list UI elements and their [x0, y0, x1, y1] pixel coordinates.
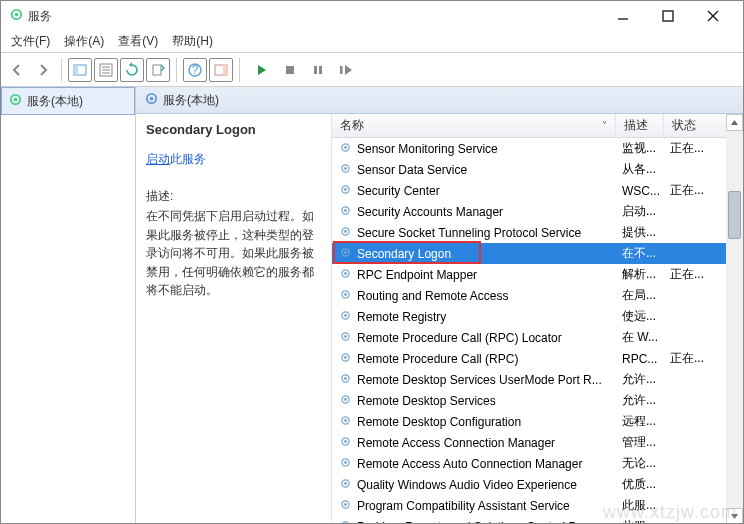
service-row[interactable]: Remote Desktop Services允许... — [332, 390, 726, 411]
service-row[interactable]: Security CenterWSC...正在... — [332, 180, 726, 201]
service-row[interactable]: Secondary Logon在不... — [332, 243, 726, 264]
service-name-cell: Problem Reports and Solutions Control Pa… — [332, 518, 616, 525]
service-row[interactable]: Secure Socket Tunneling Protocol Service… — [332, 222, 726, 243]
export-button[interactable] — [146, 58, 170, 82]
show-console-tree-button[interactable] — [68, 58, 92, 82]
service-row[interactable]: Sensor Data Service从各... — [332, 159, 726, 180]
service-name-cell: Remote Desktop Configuration — [332, 413, 616, 431]
service-name-cell: Security Accounts Manager — [332, 203, 616, 221]
service-row[interactable]: Problem Reports and Solutions Control Pa… — [332, 516, 726, 524]
minimize-button[interactable] — [600, 2, 645, 30]
service-row[interactable]: Remote Procedure Call (RPC)RPC...正在... — [332, 348, 726, 369]
tree-node-services-local[interactable]: 服务(本地) — [1, 87, 135, 115]
column-description[interactable]: 描述 — [616, 114, 664, 137]
service-row[interactable]: Remote Procedure Call (RPC) Locator在 W..… — [332, 327, 726, 348]
service-name-text: Remote Procedure Call (RPC) — [357, 352, 518, 366]
service-desc-cell: 此服... — [616, 497, 664, 514]
service-row[interactable]: Sensor Monitoring Service监视...正在... — [332, 138, 726, 159]
menu-view[interactable]: 查看(V) — [112, 31, 164, 52]
toolbar-separator — [61, 58, 62, 82]
action-pane-button[interactable] — [209, 58, 233, 82]
svg-point-46 — [344, 356, 347, 359]
service-row[interactable]: Quality Windows Audio Video Experience优质… — [332, 474, 726, 495]
service-desc-cell: 此服... — [616, 518, 664, 524]
service-desc-cell: 远程... — [616, 413, 664, 430]
column-name[interactable]: 名称 ˅ — [332, 114, 616, 137]
svg-rect-7 — [74, 65, 78, 75]
service-row[interactable]: Remote Desktop Services UserMode Port R.… — [332, 369, 726, 390]
toolbar: ? — [1, 53, 743, 87]
service-desc-cell: WSC... — [616, 184, 664, 198]
service-row[interactable]: Remote Desktop Configuration远程... — [332, 411, 726, 432]
gear-icon — [338, 140, 353, 158]
service-name-cell: Remote Procedure Call (RPC) Locator — [332, 329, 616, 347]
maximize-button[interactable] — [645, 2, 690, 30]
service-desc-cell: RPC... — [616, 352, 664, 366]
menu-help[interactable]: 帮助(H) — [166, 31, 219, 52]
service-row[interactable]: Remote Access Connection Manager管理... — [332, 432, 726, 453]
scroll-down-button[interactable] — [726, 508, 743, 524]
service-row[interactable]: RPC Endpoint Mapper解析...正在... — [332, 264, 726, 285]
service-row[interactable]: Remote Access Auto Connection Manager无论.… — [332, 453, 726, 474]
service-name-text: Security Accounts Manager — [357, 205, 503, 219]
window-title-area: 服务 — [9, 7, 600, 25]
gear-icon — [338, 329, 353, 347]
start-service-button[interactable] — [250, 58, 274, 82]
restart-service-button[interactable] — [334, 58, 358, 82]
center-header-text: 服务(本地) — [163, 92, 219, 109]
column-status[interactable]: 状态 — [664, 114, 714, 137]
service-name-cell: RPC Endpoint Mapper — [332, 266, 616, 284]
main-layout: 服务(本地) 服务(本地) Secondary Logon 启动此服务 描述: … — [1, 87, 743, 524]
service-status-cell: 正在... — [664, 182, 714, 199]
gear-icon — [338, 161, 353, 179]
service-name-text: Sensor Data Service — [357, 163, 467, 177]
title-bar: 服务 — [1, 1, 743, 31]
svg-point-60 — [344, 503, 347, 506]
gear-icon — [338, 182, 353, 200]
selected-service-name: Secondary Logon — [146, 122, 321, 137]
service-name-cell: Routing and Remote Access — [332, 287, 616, 305]
gear-icon — [338, 266, 353, 284]
close-button[interactable] — [690, 2, 735, 30]
service-name-text: Security Center — [357, 184, 440, 198]
console-tree[interactable]: 服务(本地) — [1, 87, 136, 524]
svg-rect-17 — [286, 66, 294, 74]
service-desc-cell: 在不... — [616, 245, 664, 262]
gear-icon — [338, 518, 353, 525]
refresh-button[interactable] — [120, 58, 144, 82]
service-name-cell: Remote Desktop Services — [332, 392, 616, 410]
pause-service-button[interactable] — [306, 58, 330, 82]
service-rows[interactable]: Sensor Monitoring Service监视...正在...Senso… — [332, 138, 726, 524]
service-row[interactable]: Remote Registry使远... — [332, 306, 726, 327]
svg-point-44 — [344, 335, 347, 338]
service-row[interactable]: Security Accounts Manager启动... — [332, 201, 726, 222]
service-name-cell: Remote Registry — [332, 308, 616, 326]
service-name-cell: Remote Procedure Call (RPC) — [332, 350, 616, 368]
menu-action[interactable]: 操作(A) — [58, 31, 110, 52]
menu-file[interactable]: 文件(F) — [5, 31, 56, 52]
scroll-up-button[interactable] — [726, 114, 743, 131]
vertical-scrollbar[interactable] — [726, 114, 743, 524]
service-desc-cell: 无论... — [616, 455, 664, 472]
service-row[interactable]: Program Compatibility Assistant Service此… — [332, 495, 726, 516]
service-row[interactable]: Routing and Remote Access在局... — [332, 285, 726, 306]
service-name-text: Program Compatibility Assistant Service — [357, 499, 570, 513]
scroll-track[interactable] — [726, 239, 743, 508]
properties-button[interactable] — [94, 58, 118, 82]
gear-icon — [338, 203, 353, 221]
back-button[interactable] — [5, 58, 29, 82]
forward-button[interactable] — [31, 58, 55, 82]
service-name-cell: Secondary Logon — [332, 245, 616, 263]
gear-icon — [338, 497, 353, 515]
service-name-text: RPC Endpoint Mapper — [357, 268, 477, 282]
description-label: 描述: — [146, 188, 321, 205]
service-desc-cell: 解析... — [616, 266, 664, 283]
help-button[interactable]: ? — [183, 58, 207, 82]
gear-icon — [338, 245, 353, 263]
scroll-thumb[interactable] — [728, 191, 741, 239]
start-service-link[interactable]: 启动 — [146, 152, 170, 166]
stop-service-button[interactable] — [278, 58, 302, 82]
svg-point-56 — [344, 461, 347, 464]
svg-point-30 — [344, 188, 347, 191]
service-status-cell: 正在... — [664, 350, 714, 367]
